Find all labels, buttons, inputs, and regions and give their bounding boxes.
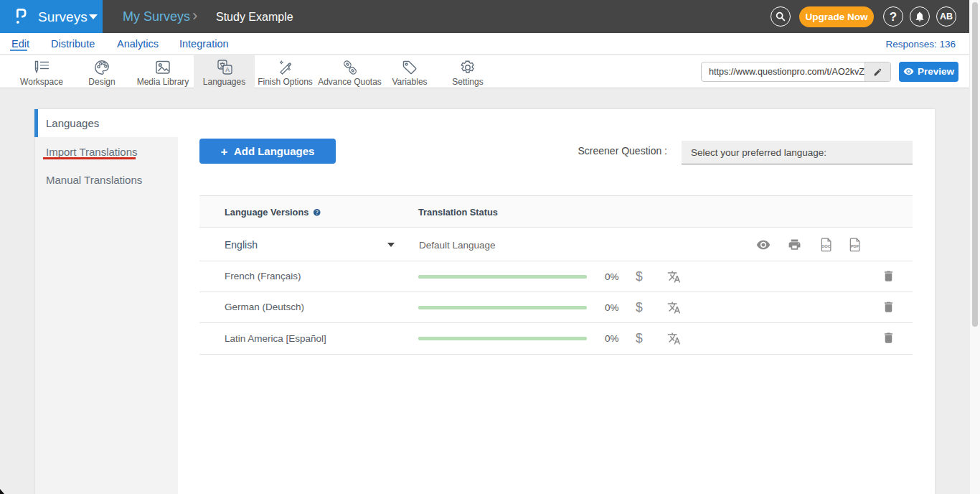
svg-text:A: A bbox=[225, 66, 230, 73]
svg-text:PDF: PDF bbox=[851, 244, 859, 248]
svg-text:DOC: DOC bbox=[821, 244, 831, 248]
